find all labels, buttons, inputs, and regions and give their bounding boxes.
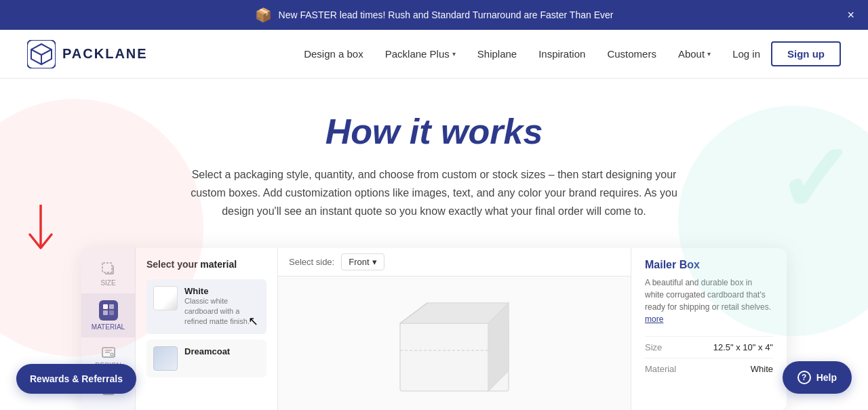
material-value: White — [751, 364, 773, 374]
material-item-dreamcoat[interactable]: Dreamcoat — [146, 340, 267, 377]
side-selector[interactable]: Front ▾ — [341, 253, 384, 270]
material-name-white: White — [184, 286, 260, 296]
logo-icon — [27, 40, 56, 68]
help-button[interactable]: ? Help — [783, 361, 852, 394]
side-value: Front — [349, 257, 369, 267]
announcement-banner: 📦 New FASTER lead times! Rush and Standa… — [0, 0, 868, 30]
material-swatch-dream — [153, 346, 178, 371]
more-link[interactable]: more — [645, 314, 663, 324]
chevron-down-icon: ▾ — [372, 257, 377, 267]
nav-item-about[interactable]: About ▾ — [678, 48, 711, 60]
canvas-area: Select side: Front ▾ — [278, 248, 631, 410]
login-button[interactable]: Log in — [732, 48, 760, 60]
cursor-indicator: ↖ — [248, 314, 258, 329]
nav-link-design[interactable]: Design a box — [304, 48, 363, 60]
nav-link-inspiration[interactable]: Inspiration — [538, 48, 585, 60]
nav-item-customers[interactable]: Customers — [607, 48, 656, 60]
signup-button[interactable]: Sign up — [771, 41, 841, 66]
hero-title: How it works — [27, 111, 841, 152]
banner-text: New FASTER lead times! Rush and Standard… — [279, 9, 614, 20]
hero-subtitle: Select a packaging style, quantity, and … — [190, 165, 678, 221]
chevron-down-icon: ▾ — [452, 50, 456, 58]
nav-link-about[interactable]: About ▾ — [678, 48, 711, 60]
hero-section: ✓ How it works Select a packaging style,… — [0, 79, 868, 410]
nav-item-inspiration[interactable]: Inspiration — [538, 48, 585, 60]
logo[interactable]: PACKLANE — [27, 40, 148, 68]
chevron-down-icon: ▾ — [707, 50, 711, 58]
help-label: Help — [816, 372, 837, 383]
nav-links: Design a box Packlane Plus ▾ Shiplane In… — [304, 48, 711, 60]
nav-item-shiplane[interactable]: Shiplane — [477, 48, 517, 60]
material-info-dream: Dreamcoat — [184, 346, 230, 356]
close-icon[interactable]: × — [847, 8, 854, 22]
canvas-body — [278, 276, 631, 410]
size-value: 12.5" x 10" x 4" — [713, 342, 773, 352]
hero-content: How it works Select a packaging style, q… — [27, 111, 841, 221]
material-swatch-white — [153, 286, 178, 310]
canvas-toolbar: Select side: Front ▾ — [278, 248, 631, 276]
box-svg — [380, 289, 529, 398]
select-side-label: Select side: — [289, 257, 334, 267]
material-name-dream: Dreamcoat — [184, 346, 230, 356]
nav-link-shiplane[interactable]: Shiplane — [477, 48, 517, 60]
info-row-material: Material White — [645, 358, 773, 380]
material-item-white[interactable]: White Classic white cardboard with a ref… — [146, 279, 267, 334]
help-icon: ? — [797, 371, 811, 384]
rewards-button[interactable]: Rewards & Referrals — [16, 364, 136, 394]
svg-point-13 — [111, 353, 113, 356]
material-label: Material — [645, 364, 676, 374]
size-label: Size — [645, 342, 662, 352]
nav-link-customers[interactable]: Customers — [607, 48, 656, 60]
navbar: PACKLANE Design a box Packlane Plus ▾ Sh… — [0, 30, 868, 79]
nav-link-plus[interactable]: Packlane Plus ▾ — [385, 48, 456, 60]
arrow-indicator — [20, 205, 61, 262]
box-icon: 📦 — [255, 7, 272, 23]
arrow-svg — [20, 205, 61, 259]
logo-text: PACKLANE — [62, 46, 148, 62]
nav-item-plus[interactable]: Packlane Plus ▾ — [385, 48, 456, 60]
info-row-size: Size 12.5" x 10" x 4" — [645, 336, 773, 358]
nav-item-design[interactable]: Design a box — [304, 48, 363, 60]
